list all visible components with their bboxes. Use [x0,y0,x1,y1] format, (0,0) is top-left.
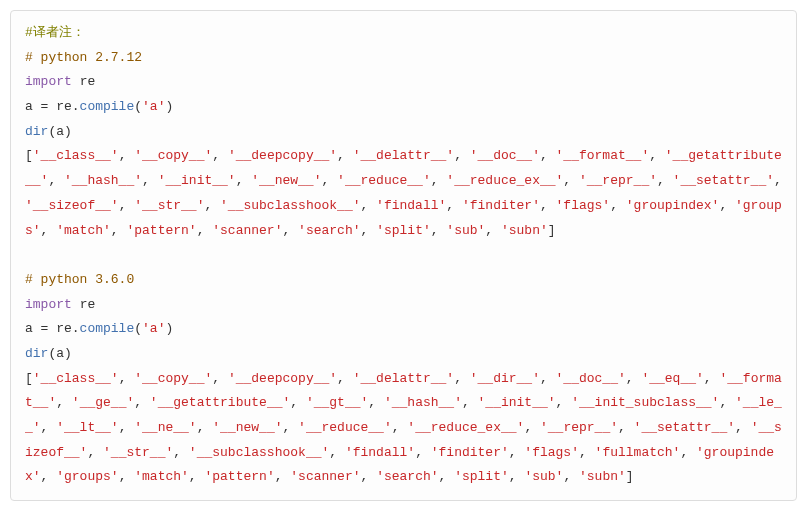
output-bracket: ] [626,469,634,484]
py3-output: '__class__', '__copy__', '__deepcopy__',… [25,371,782,485]
list-item: 'subn' [579,469,626,484]
blank-line [25,243,782,268]
list-item: '__delattr__' [353,148,454,163]
comment-py3: # python 3.6.0 [25,272,134,287]
comma: , [41,420,57,435]
comma: , [361,223,377,238]
list-item: '__class__' [33,148,119,163]
list-item: 'pattern' [204,469,274,484]
comma: , [56,395,72,410]
output-bracket: [ [25,371,33,386]
comma: , [563,469,579,484]
list-item: 'fullmatch' [595,445,681,460]
comma: , [197,420,213,435]
comma: , [111,223,127,238]
dir-func: dir [25,346,48,361]
comma: , [579,445,595,460]
list-item: '__gt__' [306,395,368,410]
list-item: '__str__' [103,445,173,460]
comma: , [337,371,353,386]
paren: ( [134,321,142,336]
list-item: '__copy__' [134,148,212,163]
comma: , [119,371,135,386]
list-item: '__class__' [33,371,119,386]
comma: , [48,173,64,188]
list-item: '__copy__' [134,371,212,386]
comma: , [415,445,431,460]
list-item: 'scanner' [290,469,360,484]
comma: , [290,395,306,410]
assign-text: a = re. [25,321,80,336]
comma: , [337,148,353,163]
paren: ( [134,99,142,114]
dir-func: dir [25,124,48,139]
comma: , [173,445,189,460]
list-item: '__setattr__' [673,173,774,188]
comma: , [189,469,205,484]
comma: , [212,148,228,163]
comma: , [204,198,220,213]
comment-py2: # python 2.7.12 [25,50,142,65]
list-item: 'groupindex' [626,198,720,213]
comma: , [485,223,501,238]
output-bracket: ] [548,223,556,238]
py2-output: '__class__', '__copy__', '__deepcopy__',… [25,148,790,237]
list-item: '__ge__' [72,395,134,410]
comma: , [321,173,337,188]
list-item: 'findall' [345,445,415,460]
list-item: '__reduce__' [298,420,392,435]
comma: , [774,173,790,188]
comma: , [431,223,447,238]
list-item: '__init__' [478,395,556,410]
list-item: 'sub' [446,223,485,238]
comma: , [735,420,751,435]
comma: , [563,173,579,188]
code-block: #译者注： # python 2.7.12 import re a = re.c… [10,10,797,501]
list-item: '__subclasshook__' [189,445,329,460]
list-item: '__setattr__' [634,420,735,435]
translator-note: #译者注： [25,25,85,40]
comma: , [212,371,228,386]
comma: , [282,223,298,238]
list-item: '__new__' [251,173,321,188]
comma: , [87,445,103,460]
comma: , [119,469,135,484]
comma: , [540,371,556,386]
list-item: '__deepcopy__' [228,371,337,386]
comma: , [41,223,57,238]
list-item: '__delattr__' [353,371,454,386]
list-item: '__eq__' [641,371,703,386]
string-arg: 'a' [142,321,165,336]
list-item: '__repr__' [540,420,618,435]
comma: , [509,469,525,484]
comma: , [704,371,720,386]
comma: , [119,148,135,163]
comma: , [329,445,345,460]
list-item: 'split' [454,469,509,484]
comma: , [540,198,556,213]
list-item: '__init__' [158,173,236,188]
list-item: '__init_subclass__' [571,395,719,410]
list-item: '__hash__' [384,395,462,410]
paren: ) [165,321,173,336]
list-item: 'finditer' [431,445,509,460]
import-keyword: import [25,74,72,89]
paren: ) [165,99,173,114]
comma: , [626,371,642,386]
comma: , [119,420,135,435]
compile-func: compile [80,99,135,114]
comma: , [719,395,735,410]
list-item: '__getattribute__' [150,395,290,410]
comma: , [540,148,556,163]
list-item: 'match' [56,223,111,238]
comma: , [509,445,525,460]
comma: , [556,395,572,410]
comma: , [657,173,673,188]
comma: , [236,173,252,188]
list-item: '__subclasshook__' [220,198,360,213]
comma: , [439,469,455,484]
list-item: '__new__' [212,420,282,435]
list-item: 'split' [376,223,431,238]
comma: , [618,420,634,435]
comma: , [392,420,408,435]
